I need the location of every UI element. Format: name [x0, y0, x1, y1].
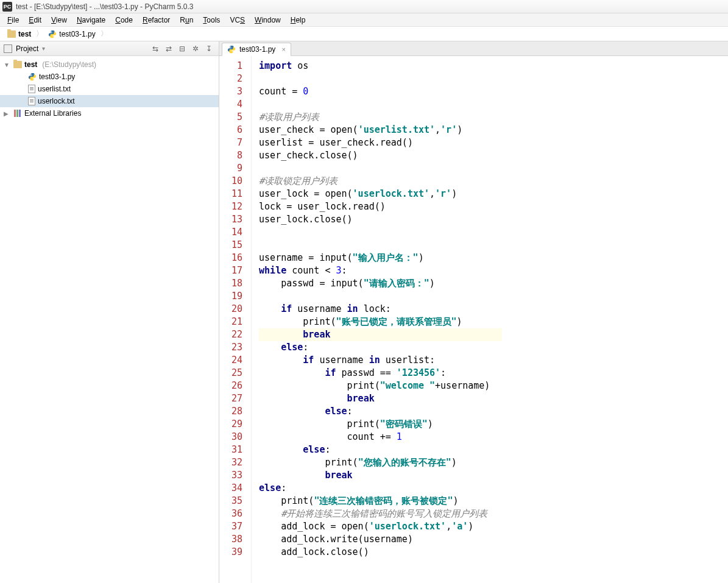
menu-tools[interactable]: Tools: [198, 15, 225, 26]
editor-tabbar: test03-1.py ×: [219, 41, 728, 56]
titlebar: PC test - [E:\Studypy\test] - ...\test03…: [0, 0, 728, 13]
menu-file[interactable]: File: [2, 15, 24, 26]
tree-external-label: External Libraries: [24, 109, 81, 118]
menu-navigate[interactable]: Navigate: [72, 15, 110, 26]
menu-help[interactable]: Help: [286, 15, 311, 26]
tree-file-name: userlist.txt: [38, 85, 71, 93]
svg-point-1: [53, 36, 54, 37]
svg-point-2: [31, 74, 32, 74]
breadcrumb-sep2: 〉: [101, 29, 108, 39]
project-tree: ▼ test (E:\Studypy\test) test03-1.py use…: [0, 56, 219, 122]
menu-view[interactable]: View: [46, 15, 72, 26]
breadcrumb: test 〉 test03-1.py 〉: [0, 27, 728, 41]
menu-run[interactable]: Run: [175, 15, 198, 26]
python-file-icon: [48, 30, 57, 38]
breadcrumb-root[interactable]: test: [5, 29, 34, 40]
folder-icon: [7, 30, 16, 38]
window-title: test - [E:\Studypy\test] - ...\test03-1.…: [16, 2, 726, 11]
project-header-icon: [4, 44, 12, 53]
hide-tool-icon[interactable]: ↧: [203, 43, 215, 54]
editor-area: test03-1.py × 12345678910111213141516171…: [219, 41, 728, 583]
app-icon: PC: [2, 2, 12, 12]
menu-edit[interactable]: Edit: [24, 15, 46, 26]
editor-tab-label: test03-1.py: [239, 45, 275, 54]
tree-root-name: test: [24, 60, 37, 69]
settings-gear-icon[interactable]: ✲: [189, 43, 202, 54]
svg-point-4: [230, 46, 231, 47]
line-gutter: 1234567891011121314151617181920212223242…: [219, 56, 252, 583]
breadcrumb-file[interactable]: test03-1.py: [46, 29, 97, 40]
svg-point-3: [33, 79, 34, 80]
code-content[interactable]: import os count = 0 #读取用户列表user_check = …: [252, 56, 502, 583]
code-editor[interactable]: 1234567891011121314151617181920212223242…: [219, 56, 728, 583]
tree-file-txt2[interactable]: userlock.txt: [0, 95, 219, 107]
menu-window[interactable]: Window: [250, 15, 286, 26]
tree-root[interactable]: ▼ test (E:\Studypy\test): [0, 58, 219, 71]
collapse-all-icon[interactable]: ⊟: [176, 43, 188, 54]
breadcrumb-sep: 〉: [36, 29, 43, 39]
libraries-icon: [13, 110, 22, 117]
project-tool-header: Project▾ ⇆ ⇄ ⊟ ✲ ↧: [0, 41, 219, 56]
chevron-right-icon[interactable]: ▶: [4, 110, 11, 117]
project-sidebar: Project▾ ⇆ ⇄ ⊟ ✲ ↧ ▼ test (E:\Studypy\te…: [0, 41, 219, 583]
text-file-icon: [28, 97, 35, 105]
tree-file-name: userlock.txt: [38, 97, 75, 105]
breadcrumb-root-label: test: [18, 30, 31, 38]
svg-point-5: [232, 52, 233, 52]
tree-root-path: (E:\Studypy\test): [42, 60, 96, 69]
menu-refactor[interactable]: Refactor: [138, 15, 175, 26]
menu-code[interactable]: Code: [110, 15, 138, 26]
tree-file-txt1[interactable]: userlist.txt: [0, 83, 219, 95]
folder-icon: [13, 61, 22, 68]
text-file-icon: [28, 85, 35, 93]
chevron-down-icon[interactable]: ▼: [4, 62, 11, 68]
tree-file-py[interactable]: test03-1.py: [0, 71, 219, 83]
svg-point-0: [51, 31, 52, 32]
close-icon[interactable]: ×: [281, 46, 285, 53]
python-file-icon: [227, 45, 236, 54]
autoscroll-to-source-icon[interactable]: ⇆: [149, 43, 161, 54]
breadcrumb-file-label: test03-1.py: [59, 30, 95, 38]
editor-tab[interactable]: test03-1.py ×: [222, 43, 291, 56]
tree-external-libraries[interactable]: ▶ External Libraries: [0, 107, 219, 119]
python-file-icon: [28, 72, 37, 81]
tree-file-name: test03-1.py: [39, 72, 75, 81]
menubar: File Edit View Navigate Code Refactor Ru…: [0, 13, 728, 27]
project-header-label: Project▾: [16, 44, 45, 53]
autoscroll-from-source-icon[interactable]: ⇄: [163, 43, 175, 54]
menu-vcs[interactable]: VCS: [225, 15, 250, 26]
